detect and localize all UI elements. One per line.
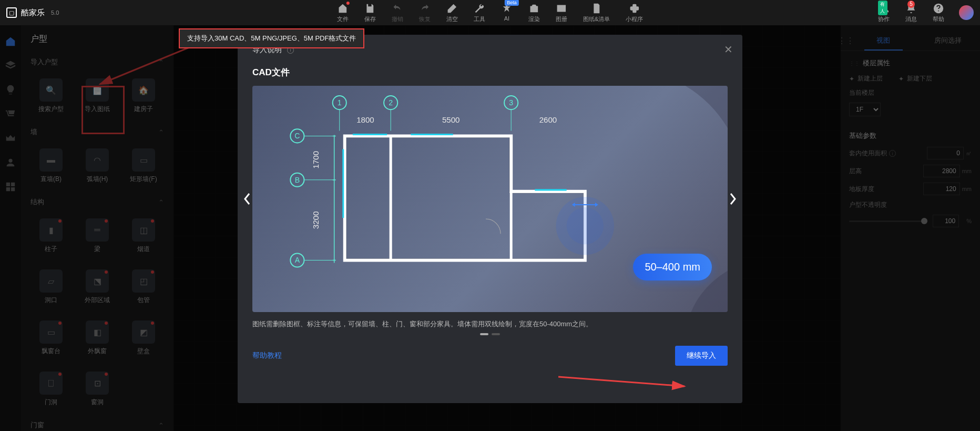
toolbar-图纸&清单-button[interactable]: 图纸&清单 xyxy=(576,1,617,25)
svg-text:3: 3 xyxy=(509,98,513,107)
toolbar-协作-button[interactable]: 有人协作 xyxy=(871,1,897,25)
redo-icon xyxy=(419,3,431,14)
svg-text:1700: 1700 xyxy=(311,151,320,168)
toolbar-center: 文件保存撤销恢复清空工具BetaAI渲染图册图纸&清单小程序 xyxy=(330,1,650,25)
image-icon xyxy=(556,3,567,14)
svg-point-38 xyxy=(567,207,604,244)
help-tutorial-link[interactable]: 帮助教程 xyxy=(252,351,282,360)
toolbar-图册-button[interactable]: 图册 xyxy=(548,1,575,25)
toolbar-工具-button[interactable]: 工具 xyxy=(466,1,493,25)
home-icon xyxy=(337,3,349,14)
toolbar-保存-button[interactable]: 保存 xyxy=(357,1,383,25)
svg-text:2600: 2600 xyxy=(539,115,557,124)
dot-2[interactable] xyxy=(492,333,500,335)
svg-text:2: 2 xyxy=(389,98,393,107)
cad-preview-image: 1 2 3 C B A 1800 5500 xyxy=(252,86,728,312)
logo-area: ▢ 酷家乐 5.0 xyxy=(6,7,59,18)
toolbar-恢复-button[interactable]: 恢复 xyxy=(412,1,438,25)
modal-overlay: ✕ 导入说明 i CAD文件 1 2 3 C xyxy=(0,25,980,431)
carousel-prev-button[interactable] xyxy=(241,187,253,211)
svg-text:1800: 1800 xyxy=(356,115,374,124)
user-avatar[interactable] xyxy=(959,5,974,20)
mm-range-badge: 50–400 mm xyxy=(633,254,712,280)
modal-desc: 图纸需删除图框、标注等信息，可保留墙、柱、门、窗和部分家具。墙体需用双线绘制，宽… xyxy=(252,319,728,329)
toolbar-消息-button[interactable]: 5消息 xyxy=(898,1,924,25)
svg-text:3200: 3200 xyxy=(311,211,320,228)
import-tooltip: 支持导入30M CAD、5M PNG/JPEG、5M PDF格式文件 xyxy=(179,28,364,48)
undo-icon xyxy=(392,3,403,14)
modal-close-button[interactable]: ✕ xyxy=(724,43,733,56)
puzzle-icon xyxy=(629,3,640,14)
svg-text:A: A xyxy=(295,256,300,264)
svg-text:1: 1 xyxy=(338,98,342,107)
svg-text:C: C xyxy=(294,132,300,140)
svg-point-2 xyxy=(938,10,939,11)
top-toolbar: ▢ 酷家乐 5.0 文件保存撤销恢复清空工具BetaAI渲染图册图纸&清单小程序… xyxy=(0,0,980,25)
toolbar-帮助-button[interactable]: 帮助 xyxy=(925,1,952,25)
eraser-icon xyxy=(446,3,458,14)
ai-icon: Beta xyxy=(501,3,513,14)
toolbar-right: 有人协作5消息帮助 xyxy=(871,1,974,25)
doc-icon xyxy=(591,3,603,14)
import-modal: ✕ 导入说明 i CAD文件 1 2 3 C xyxy=(238,35,742,403)
dot-1[interactable] xyxy=(480,333,488,335)
svg-line-42 xyxy=(558,377,685,386)
annotation-arrow-2 xyxy=(553,372,700,393)
app-name: 酷家乐 xyxy=(21,8,45,18)
toolbar-清空-button[interactable]: 清空 xyxy=(439,1,465,25)
toolbar-撤销-button[interactable]: 撤销 xyxy=(384,1,411,25)
toolbar-AI-button[interactable]: BetaAI xyxy=(494,1,520,25)
continue-import-button[interactable]: 继续导入 xyxy=(675,346,728,366)
toolbar-小程序-button[interactable]: 小程序 xyxy=(618,1,650,25)
help-icon xyxy=(933,3,944,14)
logo-icon: ▢ xyxy=(6,7,17,18)
toolbar-渲染-button[interactable]: 渲染 xyxy=(521,1,547,25)
svg-text:5500: 5500 xyxy=(442,115,460,124)
save-icon xyxy=(364,3,376,14)
svg-text:B: B xyxy=(295,176,300,184)
camera-icon xyxy=(528,3,540,14)
toolbar-文件-button[interactable]: 文件 xyxy=(330,1,356,25)
people-icon: 有人 xyxy=(878,3,890,14)
carousel-next-button[interactable] xyxy=(727,187,739,211)
bell-icon: 5 xyxy=(905,3,917,14)
app-version: 5.0 xyxy=(51,9,59,16)
carousel-dots xyxy=(252,333,728,335)
modal-subtitle: CAD文件 xyxy=(252,66,728,78)
wrench-icon xyxy=(474,3,485,14)
